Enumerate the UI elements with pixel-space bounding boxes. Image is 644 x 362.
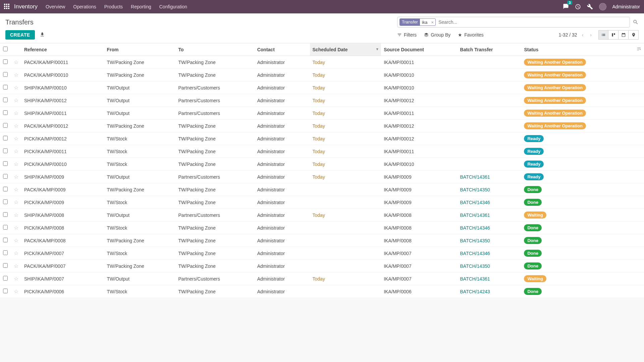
star-icon[interactable]: ☆: [14, 136, 18, 141]
row-checkbox[interactable]: [3, 85, 8, 89]
star-icon[interactable]: ☆: [14, 174, 18, 180]
table-row[interactable]: ☆ SHIP/IKA/MP/00010 TW/Output Partners/C…: [0, 81, 644, 94]
star-icon[interactable]: ☆: [14, 199, 18, 205]
table-row[interactable]: ☆ PICK/IKA/MP/0006 TW/Stock TW/Packing Z…: [0, 285, 644, 298]
app-brand[interactable]: Inventory: [14, 3, 38, 10]
star-icon[interactable]: ☆: [14, 238, 18, 243]
star-icon[interactable]: ☆: [14, 250, 18, 256]
table-row[interactable]: ☆ SHIP/IKA/MP/00012 TW/Output Partners/C…: [0, 94, 644, 107]
pager-prev-icon[interactable]: ‹: [580, 31, 586, 39]
star-icon[interactable]: ☆: [14, 212, 18, 218]
row-checkbox[interactable]: [3, 59, 8, 64]
row-checkbox[interactable]: [3, 199, 8, 204]
col-scheduled[interactable]: Scheduled Date▾: [310, 43, 381, 56]
debug-icon[interactable]: [587, 4, 593, 10]
row-checkbox[interactable]: [3, 123, 8, 128]
col-status[interactable]: Status: [521, 43, 634, 56]
row-checkbox[interactable]: [3, 289, 8, 293]
batch-link[interactable]: BATCH/14350: [460, 187, 490, 192]
batch-link[interactable]: BATCH/14350: [460, 238, 490, 243]
batch-link[interactable]: BATCH/14346: [460, 251, 490, 256]
row-checkbox[interactable]: [3, 212, 8, 217]
table-row[interactable]: ☆ PICK/IKA/MP/0007 TW/Stock TW/Packing Z…: [0, 247, 644, 260]
search-box[interactable]: Transfer ika ×: [397, 17, 630, 27]
col-contact[interactable]: Contact: [255, 43, 310, 56]
view-calendar-icon[interactable]: [619, 30, 629, 40]
view-map-icon[interactable]: [629, 30, 639, 40]
pager-text[interactable]: 1-32 / 32: [558, 32, 577, 38]
nav-item-reporting[interactable]: Reporting: [131, 4, 151, 9]
star-icon[interactable]: ☆: [14, 123, 18, 129]
star-icon[interactable]: ☆: [14, 148, 18, 154]
table-row[interactable]: ☆ PACK/IKA/MP/00010 TW/Packing Zone TW/P…: [0, 69, 644, 81]
select-all-checkbox[interactable]: [3, 47, 8, 51]
nav-item-configuration[interactable]: Configuration: [159, 4, 187, 9]
favorites-button[interactable]: ★ Favorites: [458, 32, 484, 38]
star-icon[interactable]: ☆: [14, 263, 18, 269]
clock-icon[interactable]: [575, 4, 581, 10]
table-row[interactable]: ☆ PACK/IKA/MP/0009 TW/Packing Zone TW/Pa…: [0, 183, 644, 196]
star-icon[interactable]: ☆: [14, 72, 18, 78]
row-checkbox[interactable]: [3, 72, 8, 77]
batch-link[interactable]: BATCH/14361: [460, 174, 490, 180]
batch-link[interactable]: BATCH/14243: [460, 289, 490, 294]
messages-icon[interactable]: 3: [563, 3, 569, 10]
star-icon[interactable]: ☆: [14, 276, 18, 282]
row-checkbox[interactable]: [3, 174, 8, 179]
row-checkbox[interactable]: [3, 136, 8, 140]
row-checkbox[interactable]: [3, 187, 8, 191]
row-checkbox[interactable]: [3, 276, 8, 281]
groupby-button[interactable]: Group By: [424, 32, 450, 38]
column-settings-icon[interactable]: [634, 43, 644, 56]
table-row[interactable]: ☆ PICK/IKA/MP/0008 TW/Stock TW/Packing Z…: [0, 222, 644, 234]
table-row[interactable]: ☆ SHIP/IKA/MP/00011 TW/Output Partners/C…: [0, 107, 644, 120]
row-checkbox[interactable]: [3, 238, 8, 242]
nav-item-operations[interactable]: Operations: [73, 4, 96, 9]
table-row[interactable]: ☆ SHIP/IKA/MP/0008 TW/Output Partners/Cu…: [0, 209, 644, 222]
table-row[interactable]: ☆ PACK/IKA/MP/0007 TW/Packing Zone TW/Pa…: [0, 260, 644, 273]
row-checkbox[interactable]: [3, 161, 8, 166]
view-list-icon[interactable]: [598, 30, 608, 40]
table-row[interactable]: ☆ PICK/IKA/MP/00012 TW/Stock TW/Packing …: [0, 132, 644, 145]
col-from[interactable]: From: [104, 43, 176, 56]
nav-item-overview[interactable]: Overview: [46, 4, 65, 9]
batch-link[interactable]: BATCH/14350: [460, 263, 490, 269]
star-icon[interactable]: ☆: [14, 110, 18, 116]
star-icon[interactable]: ☆: [14, 161, 18, 167]
create-button[interactable]: CREATE: [5, 30, 35, 40]
col-reference[interactable]: Reference: [21, 43, 104, 56]
table-row[interactable]: ☆ SHIP/IKA/MP/0009 TW/Output Partners/Cu…: [0, 171, 644, 183]
avatar[interactable]: [599, 3, 606, 10]
col-batch[interactable]: Batch Transfer: [458, 43, 522, 56]
col-to[interactable]: To: [176, 43, 255, 56]
row-checkbox[interactable]: [3, 250, 8, 255]
table-row[interactable]: ☆ PACK/IKA/MP/0008 TW/Packing Zone TW/Pa…: [0, 234, 644, 247]
batch-link[interactable]: BATCH/14346: [460, 200, 490, 205]
batch-link[interactable]: BATCH/14361: [460, 213, 490, 218]
pager-next-icon[interactable]: ›: [588, 31, 594, 39]
col-source[interactable]: Source Document: [381, 43, 457, 56]
table-row[interactable]: ☆ PICK/IKA/MP/00010 TW/Stock TW/Packing …: [0, 158, 644, 171]
row-checkbox[interactable]: [3, 148, 8, 153]
star-icon[interactable]: ☆: [14, 85, 18, 90]
nav-item-products[interactable]: Products: [104, 4, 123, 9]
view-kanban-icon[interactable]: [608, 30, 619, 40]
search-icon[interactable]: [633, 19, 639, 25]
user-name[interactable]: Administrator: [612, 4, 640, 9]
row-checkbox[interactable]: [3, 98, 8, 102]
star-icon[interactable]: ☆: [14, 225, 18, 231]
star-icon[interactable]: ☆: [14, 59, 18, 65]
apps-icon[interactable]: [4, 4, 10, 10]
star-icon[interactable]: ☆: [14, 289, 18, 294]
export-icon[interactable]: [40, 32, 45, 38]
table-row[interactable]: ☆ PACK/IKA/MP/00011 TW/Packing Zone TW/P…: [0, 56, 644, 69]
batch-link[interactable]: BATCH/14361: [460, 276, 490, 282]
row-checkbox[interactable]: [3, 263, 8, 268]
star-icon[interactable]: ☆: [14, 98, 18, 103]
table-row[interactable]: ☆ PICK/IKA/MP/0009 TW/Stock TW/Packing Z…: [0, 196, 644, 209]
facet-remove-icon[interactable]: ×: [430, 20, 436, 25]
search-input[interactable]: [438, 19, 628, 25]
row-checkbox[interactable]: [3, 225, 8, 230]
batch-link[interactable]: BATCH/14346: [460, 225, 490, 231]
table-row[interactable]: ☆ PACK/IKA/MP/00012 TW/Packing Zone TW/P…: [0, 120, 644, 132]
